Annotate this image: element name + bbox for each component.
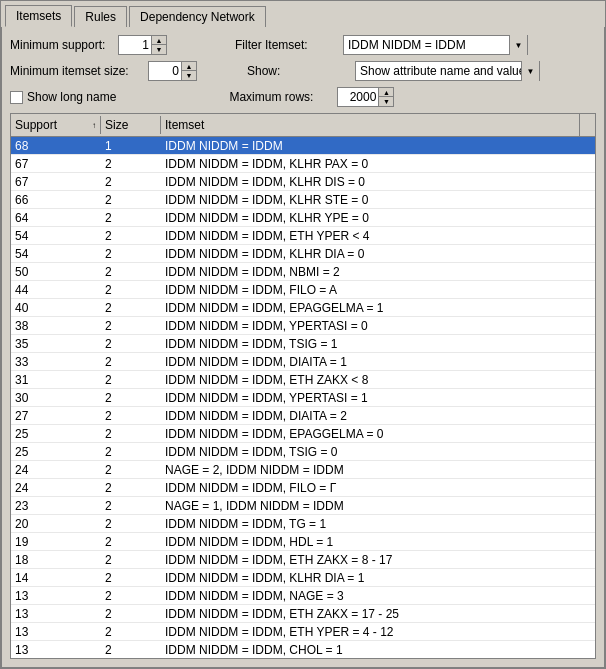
cell-size: 2 bbox=[101, 372, 161, 388]
maximum-rows-spinbox[interactable]: ▲ ▼ bbox=[337, 87, 394, 107]
cell-itemset: IDDM NIDDM = IDDM, KLHR YPE = 0 bbox=[161, 210, 595, 226]
table-row[interactable]: 44 2 IDDM NIDDM = IDDM, FILO = A bbox=[11, 281, 595, 299]
header-scrollbar-corner bbox=[579, 114, 595, 136]
minimum-support-spinbox[interactable]: ▲ ▼ bbox=[118, 35, 167, 55]
cell-itemset: IDDM NIDDM = IDDM, ETH YPER < 4 bbox=[161, 228, 595, 244]
minimum-support-spin-down[interactable]: ▼ bbox=[152, 45, 166, 54]
show-long-name-checkbox[interactable] bbox=[10, 91, 23, 104]
table-row[interactable]: 20 2 IDDM NIDDM = IDDM, TG = 1 bbox=[11, 515, 595, 533]
table-row[interactable]: 33 2 IDDM NIDDM = IDDM, DIAITA = 1 bbox=[11, 353, 595, 371]
itemsets-table: Support ↑ Size Itemset 68 1 IDDM NIDDM =… bbox=[10, 113, 596, 659]
minimum-support-spin-up[interactable]: ▲ bbox=[152, 36, 166, 45]
table-row[interactable]: 50 2 IDDM NIDDM = IDDM, NBMI = 2 bbox=[11, 263, 595, 281]
table-row[interactable]: 13 2 IDDM NIDDM = IDDM, ETH YPER = 4 - 1… bbox=[11, 623, 595, 641]
minimum-support-input[interactable] bbox=[119, 36, 151, 54]
cell-support: 30 bbox=[11, 390, 101, 406]
table-row[interactable]: 14 2 IDDM NIDDM = IDDM, KLHR DIA = 1 bbox=[11, 569, 595, 587]
tab-itemsets[interactable]: Itemsets bbox=[5, 5, 72, 27]
table-row[interactable]: 67 2 IDDM NIDDM = IDDM, KLHR DIS = 0 bbox=[11, 173, 595, 191]
table-row[interactable]: 35 2 IDDM NIDDM = IDDM, TSIG = 1 bbox=[11, 335, 595, 353]
table-row[interactable]: 24 2 NAGE = 2, IDDM NIDDM = IDDM bbox=[11, 461, 595, 479]
cell-itemset: IDDM NIDDM = IDDM, ETH ZAKX < 8 bbox=[161, 372, 595, 388]
cell-size: 2 bbox=[101, 642, 161, 658]
cell-support: 13 bbox=[11, 642, 101, 658]
table-row[interactable]: 31 2 IDDM NIDDM = IDDM, ETH ZAKX < 8 bbox=[11, 371, 595, 389]
cell-support: 40 bbox=[11, 300, 101, 316]
header-support[interactable]: Support ↑ bbox=[11, 116, 101, 134]
cell-support: 38 bbox=[11, 318, 101, 334]
maximum-rows-spin-down[interactable]: ▼ bbox=[379, 97, 393, 106]
cell-size: 2 bbox=[101, 426, 161, 442]
table-row[interactable]: 25 2 IDDM NIDDM = IDDM, TSIG = 0 bbox=[11, 443, 595, 461]
table-row[interactable]: 54 2 IDDM NIDDM = IDDM, KLHR DIA = 0 bbox=[11, 245, 595, 263]
cell-support: 25 bbox=[11, 444, 101, 460]
tab-rules[interactable]: Rules bbox=[74, 6, 127, 27]
table-row[interactable]: 64 2 IDDM NIDDM = IDDM, KLHR YPE = 0 bbox=[11, 209, 595, 227]
table-row[interactable]: 54 2 IDDM NIDDM = IDDM, ETH YPER < 4 bbox=[11, 227, 595, 245]
show-long-name-checkbox-row[interactable]: Show long name bbox=[10, 90, 116, 104]
cell-support: 67 bbox=[11, 174, 101, 190]
table-row[interactable]: 23 2 NAGE = 1, IDDM NIDDM = IDDM bbox=[11, 497, 595, 515]
cell-support: 13 bbox=[11, 606, 101, 622]
table-row[interactable]: 27 2 IDDM NIDDM = IDDM, DIAITA = 2 bbox=[11, 407, 595, 425]
cell-itemset: NAGE = 1, IDDM NIDDM = IDDM bbox=[161, 498, 595, 514]
cell-itemset: IDDM NIDDM = IDDM bbox=[161, 138, 595, 154]
tab-dependency-network[interactable]: Dependency Network bbox=[129, 6, 266, 27]
table-row[interactable]: 25 2 IDDM NIDDM = IDDM, EPAGGELMA = 0 bbox=[11, 425, 595, 443]
minimum-itemset-size-spin-up[interactable]: ▲ bbox=[182, 62, 196, 71]
minimum-support-label: Minimum support: bbox=[10, 38, 110, 52]
table-body[interactable]: 68 1 IDDM NIDDM = IDDM 67 2 IDDM NIDDM =… bbox=[11, 137, 595, 658]
cell-itemset: IDDM NIDDM = IDDM, KLHR PAX = 0 bbox=[161, 156, 595, 172]
table-row[interactable]: 66 2 IDDM NIDDM = IDDM, KLHR STE = 0 bbox=[11, 191, 595, 209]
cell-itemset: IDDM NIDDM = IDDM, CHOL = 1 bbox=[161, 642, 595, 658]
table-row[interactable]: 24 2 IDDM NIDDM = IDDM, FILO = Γ bbox=[11, 479, 595, 497]
cell-itemset: IDDM NIDDM = IDDM, TG = 1 bbox=[161, 516, 595, 532]
table-row[interactable]: 13 2 IDDM NIDDM = IDDM, CHOL = 1 bbox=[11, 641, 595, 658]
header-itemset[interactable]: Itemset bbox=[161, 116, 579, 134]
cell-size: 2 bbox=[101, 552, 161, 568]
filter-itemset-arrow-icon: ▼ bbox=[515, 41, 523, 50]
cell-support: 67 bbox=[11, 156, 101, 172]
cell-support: 19 bbox=[11, 534, 101, 550]
cell-support: 66 bbox=[11, 192, 101, 208]
cell-itemset: IDDM NIDDM = IDDM, NBMI = 2 bbox=[161, 264, 595, 280]
table-row[interactable]: 38 2 IDDM NIDDM = IDDM, YPERTASI = 0 bbox=[11, 317, 595, 335]
cell-size: 2 bbox=[101, 318, 161, 334]
minimum-itemset-size-input[interactable] bbox=[149, 62, 181, 80]
filter-itemset-dropdown[interactable]: IDDM NIDDM = IDDM ▼ bbox=[343, 35, 528, 55]
header-size[interactable]: Size bbox=[101, 116, 161, 134]
cell-support: 33 bbox=[11, 354, 101, 370]
cell-size: 2 bbox=[101, 246, 161, 262]
cell-size: 2 bbox=[101, 390, 161, 406]
row-support-filter: Minimum support: ▲ ▼ Filter Itemset: IDD… bbox=[10, 35, 596, 55]
table-row[interactable]: 13 2 IDDM NIDDM = IDDM, ETH ZAKX = 17 - … bbox=[11, 605, 595, 623]
maximum-rows-spin-up[interactable]: ▲ bbox=[379, 88, 393, 97]
cell-itemset: IDDM NIDDM = IDDM, DIAITA = 1 bbox=[161, 354, 595, 370]
table-row[interactable]: 30 2 IDDM NIDDM = IDDM, YPERTASI = 1 bbox=[11, 389, 595, 407]
table-row[interactable]: 67 2 IDDM NIDDM = IDDM, KLHR PAX = 0 bbox=[11, 155, 595, 173]
table-row[interactable]: 40 2 IDDM NIDDM = IDDM, EPAGGELMA = 1 bbox=[11, 299, 595, 317]
cell-itemset: IDDM NIDDM = IDDM, TSIG = 1 bbox=[161, 336, 595, 352]
minimum-itemset-size-spinbox[interactable]: ▲ ▼ bbox=[148, 61, 197, 81]
cell-size: 2 bbox=[101, 498, 161, 514]
cell-size: 2 bbox=[101, 588, 161, 604]
table-row[interactable]: 68 1 IDDM NIDDM = IDDM bbox=[11, 137, 595, 155]
cell-itemset: IDDM NIDDM = IDDM, DIAITA = 2 bbox=[161, 408, 595, 424]
show-dropdown[interactable]: Show attribute name and value ▼ bbox=[355, 61, 540, 81]
cell-itemset: IDDM NIDDM = IDDM, ETH YPER = 4 - 12 bbox=[161, 624, 595, 640]
cell-size: 2 bbox=[101, 192, 161, 208]
maximum-rows-input[interactable] bbox=[338, 88, 378, 106]
table-row[interactable]: 13 2 IDDM NIDDM = IDDM, NAGE = 3 bbox=[11, 587, 595, 605]
show-dropdown-btn[interactable]: ▼ bbox=[521, 61, 539, 81]
cell-itemset: IDDM NIDDM = IDDM, YPERTASI = 0 bbox=[161, 318, 595, 334]
table-row[interactable]: 18 2 IDDM NIDDM = IDDM, ETH ZAKX = 8 - 1… bbox=[11, 551, 595, 569]
filter-itemset-dropdown-btn[interactable]: ▼ bbox=[509, 35, 527, 55]
minimum-itemset-size-spin-buttons: ▲ ▼ bbox=[181, 62, 196, 80]
cell-size: 2 bbox=[101, 264, 161, 280]
table-row[interactable]: 19 2 IDDM NIDDM = IDDM, HDL = 1 bbox=[11, 533, 595, 551]
filter-itemset-value: IDDM NIDDM = IDDM bbox=[344, 38, 509, 52]
show-long-name-label: Show long name bbox=[27, 90, 116, 104]
cell-support: 50 bbox=[11, 264, 101, 280]
minimum-itemset-size-spin-down[interactable]: ▼ bbox=[182, 71, 196, 80]
cell-size: 2 bbox=[101, 534, 161, 550]
